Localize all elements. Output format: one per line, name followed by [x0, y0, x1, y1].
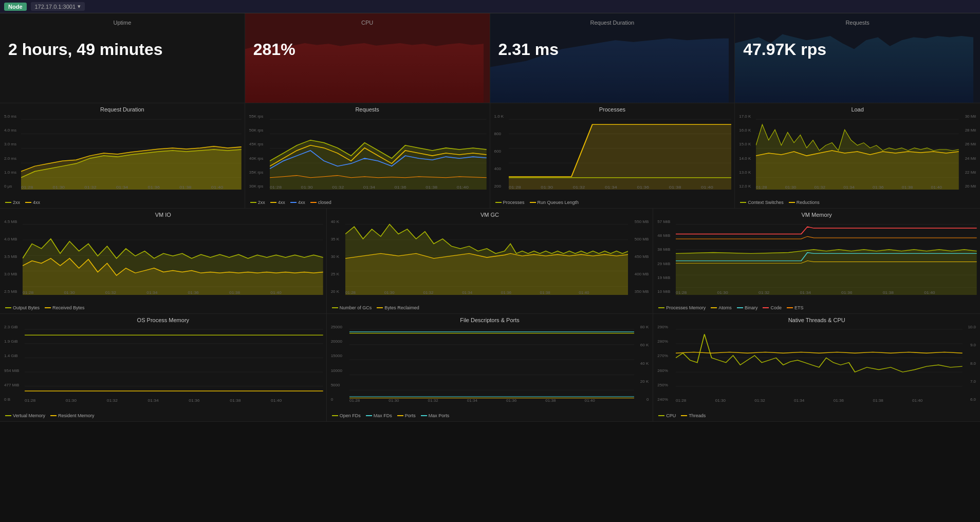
load-title: Load [738, 105, 977, 114]
dropdown-arrow: ▾ [78, 3, 81, 10]
svg-text:01:32: 01:32 [759, 291, 769, 295]
svg-text:01:40: 01:40 [579, 291, 589, 295]
requests-chart-title: Requests [248, 105, 487, 114]
svg-text:01:34: 01:34 [843, 185, 855, 190]
node-badge[interactable]: Node [4, 3, 27, 11]
svg-text:01:40: 01:40 [271, 399, 282, 403]
svg-text:01:36: 01:36 [506, 399, 516, 403]
vm-memory-legend: Processes Memory Atoms Binary Code ETS [656, 304, 977, 311]
svg-text:01:32: 01:32 [572, 185, 585, 189]
vm-memory-chart-area: 57 MiB48 MiB38 MiB29 MiB19 MiB10 MiB [656, 219, 977, 304]
svg-text:01:28: 01:28 [21, 185, 33, 190]
req-duration-value: 2.31 ms [498, 40, 727, 59]
svg-text:01:34: 01:34 [363, 185, 376, 190]
svg-text:01:32: 01:32 [755, 399, 765, 403]
svg-text:01:28: 01:28 [676, 291, 687, 295]
svg-text:01:40: 01:40 [924, 291, 935, 295]
file-desc-legend: Open FDs Max FDs Ports Max Ports [330, 412, 650, 419]
vm-memory-title: VM Memory [656, 211, 977, 219]
cpu-value: 281% [253, 40, 482, 59]
svg-text:01:30: 01:30 [53, 185, 65, 190]
request-duration-summary-card: Request Duration 2.31 ms [490, 13, 735, 103]
vm-io-title: VM IO [3, 211, 323, 219]
address-text: 172.17.0.1:3001 [35, 4, 76, 10]
svg-text:01:28: 01:28 [345, 291, 356, 295]
cpu-card: CPU 281% [245, 13, 490, 103]
svg-marker-32 [509, 124, 732, 190]
file-desc-chart-area: 2500020000150001000050000 80 K60 K40 K20… [330, 325, 650, 412]
svg-text:01:38: 01:38 [426, 185, 438, 190]
processes-chart-area: 1.0 K800600400200 01:28 01:30 01:32 [493, 114, 732, 199]
req-duration-title: Request Duration [498, 20, 727, 26]
requests-chart: Requests 55K rps50K rps45K rps40K rps35K… [245, 103, 490, 208]
summary-row: Uptime 2 hours, 49 minutes CPU 281% Requ… [0, 13, 980, 103]
svg-text:01:38: 01:38 [540, 291, 550, 295]
requests-value: 47.97K rps [743, 40, 972, 59]
charts-row-2: VM IO 4.5 MB4.0 MB3.5 MB3.0 MB2.5 MB [0, 209, 980, 314]
requests-legend: 2xx 4xx 4xx closed [248, 199, 487, 206]
vm-io-legend: Output Bytes Received Bytes [3, 304, 323, 311]
svg-text:01:36: 01:36 [637, 185, 649, 189]
vm-gc-chart: VM GC 40 K35 K30 K25 K20 K 550 MB500 MB4… [327, 209, 654, 313]
svg-text:01:36: 01:36 [188, 291, 199, 295]
req-dur-chart-title: Request Duration [3, 105, 242, 114]
closed-legend: closed [318, 200, 331, 205]
svg-text:01:32: 01:32 [423, 291, 433, 295]
processes-legend: Processes Run Queues Length [493, 199, 732, 206]
svg-text:01:30: 01:30 [715, 399, 726, 403]
svg-text:01:40: 01:40 [912, 399, 922, 403]
svg-text:01:40: 01:40 [211, 185, 224, 190]
charts-row-3: OS Process Memory 2.3 GiB1.9 GiB1.4 GiB9… [0, 314, 980, 422]
svg-text:01:30: 01:30 [389, 399, 399, 403]
cpu-title: CPU [253, 20, 482, 26]
svg-text:01:36: 01:36 [189, 399, 199, 403]
os-process-memory-title: OS Process Memory [3, 316, 323, 325]
bytes-reclaimed-legend: Bytes Reclaimed [384, 305, 419, 310]
load-legend: Context Switches Reductions [738, 199, 977, 206]
native-threads-chart: Native Threads & CPU 290%280%270%260%250… [653, 314, 980, 421]
svg-text:01:30: 01:30 [717, 291, 728, 295]
svg-text:01:34: 01:34 [800, 291, 811, 295]
svg-text:01:34: 01:34 [605, 185, 617, 189]
svg-text:01:28: 01:28 [756, 185, 767, 190]
file-descriptors-chart: File Descriptors & Ports 250002000015000… [327, 314, 654, 421]
svg-text:01:38: 01:38 [229, 291, 240, 295]
svg-text:01:38: 01:38 [883, 291, 894, 295]
charts-row-1: Request Duration 5.0 ms4.0 ms3.0 ms2.0 m… [0, 103, 980, 209]
threads-legend: Threads [689, 413, 706, 418]
processes-title: Processes [493, 105, 732, 114]
svg-text:01:34: 01:34 [116, 185, 128, 190]
svg-text:01:34: 01:34 [467, 399, 477, 403]
svg-text:01:38: 01:38 [179, 185, 192, 190]
svg-text:01:36: 01:36 [834, 399, 844, 403]
svg-text:01:32: 01:32 [332, 185, 344, 190]
svg-text:01:30: 01:30 [64, 291, 75, 295]
svg-text:01:30: 01:30 [384, 291, 394, 295]
svg-text:01:40: 01:40 [584, 399, 595, 403]
native-threads-title: Native Threads & CPU [656, 316, 977, 325]
vm-gc-title: VM GC [330, 211, 650, 219]
svg-text:01:34: 01:34 [794, 399, 804, 403]
svg-text:01:38: 01:38 [669, 185, 681, 189]
svg-text:01:28: 01:28 [23, 291, 33, 295]
svg-text:01:30: 01:30 [541, 185, 553, 189]
vm-io-chart: VM IO 4.5 MB4.0 MB3.5 MB3.0 MB2.5 MB [0, 209, 327, 313]
svg-text:01:40: 01:40 [701, 185, 713, 189]
vm-gc-legend: Number of GCs Bytes Reclaimed [330, 304, 650, 311]
svg-marker-88 [676, 250, 977, 295]
svg-text:01:40: 01:40 [270, 291, 281, 295]
svg-text:01:34: 01:34 [462, 291, 472, 295]
svg-text:01:32: 01:32 [428, 399, 438, 403]
svg-text:01:28: 01:28 [349, 399, 360, 403]
address-selector[interactable]: 172.17.0.1:3001 ▾ [31, 2, 85, 11]
svg-text:01:36: 01:36 [841, 291, 852, 295]
requests-title: Requests [743, 20, 972, 26]
svg-text:01:28: 01:28 [25, 399, 35, 403]
os-mem-legend: Vertual Memory Resident Memory [3, 412, 323, 419]
svg-text:01:36: 01:36 [873, 185, 884, 190]
svg-marker-19 [270, 140, 487, 190]
load-chart: Load 17.0 K16.0 K15.0 K14.0 K13.0 K12.0 … [735, 103, 980, 208]
svg-text:01:36: 01:36 [148, 185, 160, 190]
svg-text:01:28: 01:28 [676, 399, 686, 403]
svg-text:01:32: 01:32 [105, 291, 116, 295]
